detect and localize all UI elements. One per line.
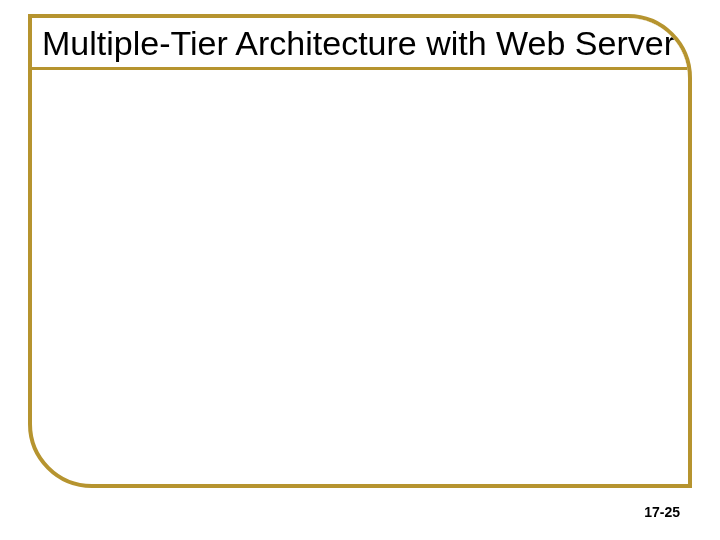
title-band: Multiple-Tier Architecture with Web Serv…: [32, 18, 688, 67]
slide-frame: Multiple-Tier Architecture with Web Serv…: [28, 14, 692, 488]
title-container: Multiple-Tier Architecture with Web Serv…: [32, 18, 688, 67]
page-number: 17-25: [644, 504, 680, 520]
slide-title: Multiple-Tier Architecture with Web Serv…: [42, 24, 678, 63]
title-underline: [32, 67, 688, 70]
